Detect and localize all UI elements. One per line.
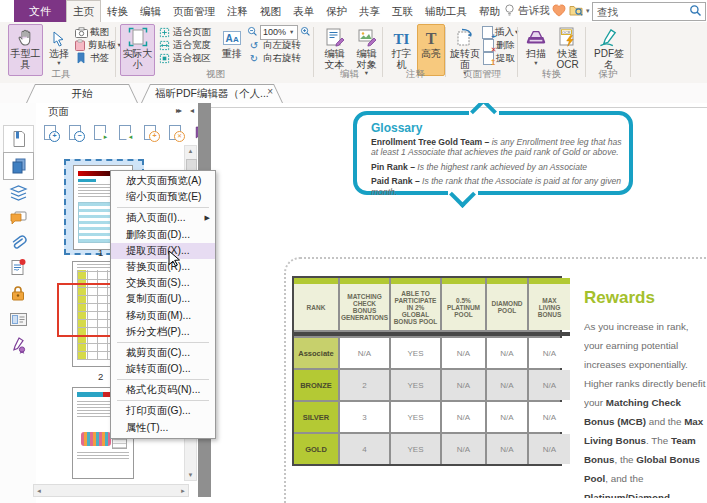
tell-me-button[interactable]: 告诉我 xyxy=(504,0,550,22)
clipboard-button[interactable]: 剪贴板▾ xyxy=(74,39,118,51)
table-cell: N/A xyxy=(487,434,527,464)
pages-panel-tab[interactable] xyxy=(3,152,34,180)
rewards-body: As you increase in rank, your earning po… xyxy=(584,317,707,498)
context-menu-item-duplicate-pages[interactable]: 复制页面(U)... xyxy=(111,291,215,307)
menu-tab-connect[interactable]: 互联 xyxy=(386,0,419,22)
comments-panel-button[interactable] xyxy=(7,207,29,229)
menu-tab-form[interactable]: 表单 xyxy=(287,0,320,22)
fit-page-button[interactable]: 适合页面 xyxy=(157,26,215,38)
rotate-page-icon xyxy=(454,25,476,48)
context-menu-item-swap-pages[interactable]: 交换页面(S)... xyxy=(111,275,215,291)
menu-tab-organize[interactable]: 页面管理 xyxy=(167,0,221,22)
expand-panel-icon[interactable]: ▸▸ xyxy=(176,106,180,115)
table-header: MATCHING CHECK BONUS GENERATIONS xyxy=(340,278,389,330)
context-menu-item-replace-pages[interactable]: 替换页面(R)... xyxy=(111,259,215,275)
folder-search-button[interactable]: ▾ xyxy=(569,4,590,17)
find-box[interactable] xyxy=(592,2,706,21)
security-panel-button[interactable] xyxy=(7,282,29,304)
context-menu-item-format-page-numbers[interactable]: 格式化页码(N)... xyxy=(111,382,215,398)
context-menu-item-enlarge-preview[interactable]: 放大页面预览(A) xyxy=(111,173,215,189)
menu-tab-convert[interactable]: 转换 xyxy=(101,0,134,22)
menu-tab-edit[interactable]: 编辑 xyxy=(134,0,167,22)
menu-tab-home[interactable]: 主页 xyxy=(66,0,101,22)
thumb3-teal-bar xyxy=(77,392,103,397)
scanner-icon xyxy=(524,25,548,48)
extract-page-button[interactable]: ▸ xyxy=(94,125,109,141)
fit-page-icon xyxy=(157,26,171,38)
context-menu-item-delete-pages[interactable]: 删除页面(D)... xyxy=(111,227,215,243)
replace-page-button[interactable]: ◂ xyxy=(119,125,134,141)
bookmark-button[interactable]: 书签 xyxy=(74,52,118,64)
rotate-left-button[interactable]: ↺ 向左旋转 xyxy=(247,39,311,51)
ribbon-group-view: 实际大小 适合页面 适合宽度 适合视区 AA 重排 100%▾ xyxy=(118,22,313,82)
insert-page-button[interactable]: + xyxy=(144,125,159,141)
extract-page-icon: ↥ xyxy=(482,52,494,64)
panel-horizontal-scrollbar[interactable]: ◄ ► xyxy=(33,484,189,497)
delete-pages-button[interactable]: ✕ 删除 xyxy=(482,39,515,51)
select-arrow-icon xyxy=(50,25,68,48)
menu-tab-view[interactable]: 视图 xyxy=(254,0,287,22)
table-cell: N/A xyxy=(529,402,570,432)
context-menu-item-move-pages[interactable]: 移动页面(M)... xyxy=(111,308,215,324)
chevron-down-icon: ▾ xyxy=(290,28,293,36)
favorite-heart-icon[interactable] xyxy=(552,4,566,19)
context-menu-item-extract-pages[interactable]: 提取页面(X)... xyxy=(111,243,215,259)
bookmarks-panel-tab[interactable] xyxy=(3,125,34,153)
doc-tab-start[interactable]: 开始 xyxy=(26,84,138,103)
context-menu-item-split-document[interactable]: 拆分文档(P)... xyxy=(111,324,215,340)
find-input[interactable] xyxy=(593,5,689,19)
context-menu-item-print-pages[interactable]: 打印页面(G)... xyxy=(111,403,215,419)
shrink-thumbnails-button[interactable]: − xyxy=(69,125,84,141)
main-area: 页面 ▸▸ ◂ + − ▸ ◂ + ✕ 1 2 xyxy=(0,103,707,503)
table-cell: 3 xyxy=(340,402,389,432)
context-menu-item-crop-pages[interactable]: 裁剪页面(C)... xyxy=(111,345,215,361)
attachments-panel-button[interactable] xyxy=(7,232,29,254)
table-cell: 2 xyxy=(340,370,389,400)
delete-page-button[interactable]: ✕ xyxy=(169,125,184,141)
enlarge-thumbnails-button[interactable]: + xyxy=(44,125,59,141)
typewriter-icon: TI xyxy=(394,25,410,48)
layers-panel-button[interactable] xyxy=(7,182,29,204)
scroll-left-icon[interactable]: ◄ xyxy=(36,488,42,494)
scroll-down-icon[interactable]: ▼ xyxy=(185,472,196,478)
insert-pages-button[interactable]: + 插入▾ xyxy=(482,26,515,38)
fit-width-button[interactable]: 适合宽度 xyxy=(157,39,215,51)
zoom-out-page-icon: − xyxy=(74,131,85,142)
table-cell: YES xyxy=(391,370,440,400)
extract-pages-button[interactable]: ↥ 提取 xyxy=(482,52,515,64)
zoom-in-icon[interactable] xyxy=(300,26,311,39)
menu-tab-share[interactable]: 共享 xyxy=(353,0,386,22)
edit-text-icon xyxy=(324,25,346,48)
menu-tab-comment[interactable]: 注释 xyxy=(221,0,254,22)
context-menu-item-rotate-pages[interactable]: 旋转页面(O)... xyxy=(111,361,215,377)
menu-tab-accessibility[interactable]: 辅助工具 xyxy=(419,0,473,22)
zoom-level-combo[interactable]: 100%▾ xyxy=(260,25,298,40)
close-tab-icon[interactable]: × xyxy=(267,86,273,97)
menu-tab-help[interactable]: 帮助 xyxy=(473,0,506,22)
glossary-entry: Paid Rank – Is the rank that the Associa… xyxy=(371,176,623,197)
zoom-out-icon[interactable] xyxy=(247,26,258,39)
highlight-text-icon: T xyxy=(426,25,437,48)
fit-visible-button[interactable]: 适合视区 xyxy=(157,52,215,64)
context-menu-item-shrink-preview[interactable]: 缩小页面预览(E) xyxy=(111,189,215,205)
certification-panel-button[interactable] xyxy=(7,334,29,356)
search-icon[interactable] xyxy=(689,4,702,19)
fields-panel-button[interactable] xyxy=(7,308,29,330)
doc-tab-editor[interactable]: 福昕PDF编辑器（个人... × xyxy=(141,84,283,103)
collapse-panel-icon[interactable]: ◂ xyxy=(190,106,194,115)
scroll-up-icon[interactable]: ▲ xyxy=(185,148,196,154)
snapshot-button[interactable]: 截图 xyxy=(74,26,118,38)
zoom-row: 100%▾ xyxy=(247,26,311,38)
page-number-2: 2 xyxy=(98,371,103,382)
context-menu-item-properties[interactable]: 属性(T)... xyxy=(111,420,215,436)
tell-me-label: 告诉我 xyxy=(518,4,550,18)
menu-tab-protect[interactable]: 保护 xyxy=(320,0,353,22)
scroll-right-icon[interactable]: ► xyxy=(180,488,186,494)
file-menu-button[interactable]: 文件 xyxy=(14,0,66,22)
digital-signatures-panel-button[interactable] xyxy=(7,256,29,278)
context-menu-item-insert-pages[interactable]: 插入页面(I)...▶ xyxy=(111,210,215,226)
table-cell: N/A xyxy=(529,434,570,464)
rotate-right-button[interactable]: ↻ 向右旋转 xyxy=(247,52,311,64)
ribbon-group-tools: 手型工具 选择 ▾ 截图 剪贴板▾ 书签 工具 xyxy=(6,22,116,82)
table-cell: N/A xyxy=(442,338,485,368)
